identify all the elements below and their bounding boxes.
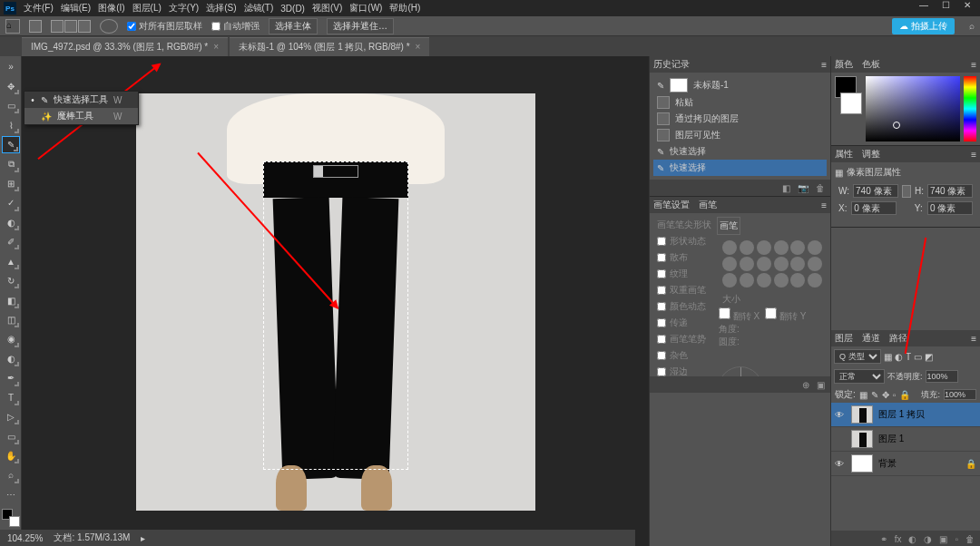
- channels-tab[interactable]: 通道: [862, 332, 880, 345]
- expand-icon[interactable]: »: [2, 58, 20, 75]
- add-selection-icon[interactable]: [64, 20, 77, 33]
- brush-option[interactable]: 颜色动态: [653, 298, 717, 315]
- new-brush-icon[interactable]: ⊕: [802, 380, 809, 390]
- share-button[interactable]: ☁ 拍摄上传: [892, 18, 955, 34]
- layer-thumbnail[interactable]: [851, 430, 873, 448]
- swatches-tab[interactable]: 色板: [862, 58, 880, 71]
- menu-filter[interactable]: 滤镜(T): [244, 2, 274, 15]
- brush-presets[interactable]: [719, 237, 827, 291]
- pen-tool[interactable]: ✒: [2, 369, 20, 386]
- path-tool[interactable]: ▷: [2, 408, 20, 425]
- menu-select[interactable]: 选择(S): [206, 2, 236, 15]
- panel-menu-icon[interactable]: ≡: [971, 60, 976, 70]
- history-tab[interactable]: 历史记录: [653, 58, 690, 71]
- lock-all-icon[interactable]: 🔒: [899, 390, 910, 400]
- visibility-icon[interactable]: 👁: [835, 459, 846, 469]
- color-swatches[interactable]: [2, 509, 20, 526]
- type-tool[interactable]: T: [2, 389, 20, 406]
- brush-tool[interactable]: ✐: [2, 233, 20, 250]
- lock-position-icon[interactable]: ✥: [882, 390, 889, 400]
- color-fg-bg[interactable]: [835, 76, 862, 141]
- select-subject-button[interactable]: 选择主体: [269, 18, 318, 34]
- status-chevron-icon[interactable]: ▸: [141, 533, 145, 543]
- lock-transparent-icon[interactable]: ▦: [859, 390, 867, 400]
- close-tab-icon[interactable]: ×: [213, 42, 219, 52]
- camera-icon[interactable]: 📷: [798, 183, 808, 193]
- crop-tool[interactable]: ⧉: [2, 155, 20, 172]
- panel-menu-icon[interactable]: ≡: [971, 334, 976, 344]
- brush-settings-tab[interactable]: 画笔设置: [653, 199, 690, 211]
- layer-row[interactable]: 👁背景🔒: [831, 452, 980, 476]
- brush-size-icon[interactable]: [100, 19, 118, 34]
- layer-row[interactable]: 👁图层 1 拷贝: [831, 403, 980, 427]
- history-step[interactable]: ✎快速选择: [653, 143, 827, 160]
- close-button[interactable]: ✕: [958, 0, 976, 15]
- height-input[interactable]: [927, 184, 973, 198]
- flip-y-checkbox[interactable]: 翻转 Y: [765, 307, 806, 323]
- brush-option[interactable]: 纹理: [653, 266, 717, 282]
- history-snapshot[interactable]: ✎未标题-1: [653, 76, 827, 94]
- sample-all-checkbox[interactable]: 对所有图层取样: [127, 20, 202, 33]
- lasso-tool[interactable]: ⌇: [2, 116, 20, 133]
- panel-menu-icon[interactable]: ≡: [821, 200, 827, 210]
- blend-mode-select[interactable]: 正常: [834, 369, 885, 384]
- x-input[interactable]: [851, 201, 897, 215]
- eyedropper-tool[interactable]: ✓: [2, 194, 20, 211]
- menu-window[interactable]: 窗口(W): [349, 2, 382, 15]
- trash-icon[interactable]: 🗑: [965, 534, 975, 544]
- marquee-tool[interactable]: ▭: [2, 97, 20, 114]
- menu-layer[interactable]: 图层(L): [132, 2, 162, 15]
- panel-menu-icon[interactable]: ≡: [971, 150, 976, 160]
- lock-brush-icon[interactable]: ✎: [871, 390, 878, 400]
- brush-option[interactable]: 传递: [653, 315, 717, 331]
- gradient-tool[interactable]: ◫: [2, 311, 20, 328]
- y-input[interactable]: [927, 201, 973, 215]
- history-step[interactable]: 图层可见性: [653, 127, 827, 143]
- properties-tab[interactable]: 属性: [835, 148, 853, 161]
- adjustment-icon[interactable]: ◑: [924, 534, 932, 544]
- link-icon[interactable]: [902, 185, 911, 198]
- adjustments-tab[interactable]: 调整: [862, 148, 880, 161]
- zoom-level[interactable]: 104.25%: [7, 533, 43, 543]
- menu-edit[interactable]: 编辑(E): [61, 2, 91, 15]
- quick-select-tool[interactable]: ✎: [2, 136, 20, 154]
- close-tab-icon[interactable]: ×: [416, 42, 421, 52]
- hue-slider[interactable]: [964, 76, 976, 141]
- flyout-quick-select[interactable]: •✎快速选择工具W: [24, 92, 138, 108]
- select-and-mask-button[interactable]: 选择并遮住…: [327, 18, 394, 34]
- flyout-magic-wand[interactable]: ✨魔棒工具W: [24, 108, 138, 124]
- edit-toolbar-icon[interactable]: ⋯: [2, 486, 20, 503]
- visibility-icon[interactable]: 👁: [835, 410, 846, 420]
- blur-tool[interactable]: ◉: [2, 330, 20, 347]
- link-layers-icon[interactable]: ⚭: [880, 534, 887, 544]
- folder-icon[interactable]: ▣: [817, 380, 825, 390]
- minimize-button[interactable]: —: [915, 0, 933, 15]
- lock-artboard-icon[interactable]: ▫: [893, 390, 897, 400]
- history-step[interactable]: 通过拷贝的图层: [653, 111, 827, 127]
- menu-3d[interactable]: 3D(D): [280, 4, 305, 14]
- hand-tool[interactable]: ✋: [2, 447, 20, 464]
- new-layer-icon[interactable]: ▫: [955, 534, 958, 544]
- canvas[interactable]: [136, 93, 535, 511]
- dodge-tool[interactable]: ◐: [2, 350, 20, 367]
- new-doc-icon[interactable]: ◧: [782, 183, 790, 193]
- color-tab[interactable]: 颜色: [835, 58, 853, 71]
- doc-size[interactable]: 文档: 1.57M/3.13M: [54, 531, 130, 544]
- canvas-area[interactable]: [22, 56, 649, 546]
- paths-tab[interactable]: 路径: [889, 332, 907, 345]
- color-field[interactable]: [866, 76, 960, 141]
- mask-icon[interactable]: ◐: [908, 534, 916, 544]
- healing-tool[interactable]: ◐: [2, 214, 20, 231]
- brush-option[interactable]: 形状动态: [653, 233, 717, 249]
- group-icon[interactable]: ▣: [939, 534, 947, 544]
- width-input[interactable]: [853, 184, 898, 198]
- menu-image[interactable]: 图像(I): [98, 2, 124, 15]
- layer-filter-select[interactable]: Q 类型: [834, 349, 881, 364]
- search-icon[interactable]: ⌕: [969, 21, 975, 31]
- opacity-input[interactable]: [926, 370, 958, 383]
- new-selection-icon[interactable]: [51, 20, 64, 33]
- auto-enhance-checkbox[interactable]: 自动增强: [211, 20, 260, 33]
- brush-option[interactable]: 画笔笔势: [653, 331, 717, 347]
- document-tab[interactable]: IMG_4972.psd @ 33.3% (图层 1, RGB/8#) *×: [22, 37, 228, 56]
- brush-option[interactable]: 双重画笔: [653, 282, 717, 298]
